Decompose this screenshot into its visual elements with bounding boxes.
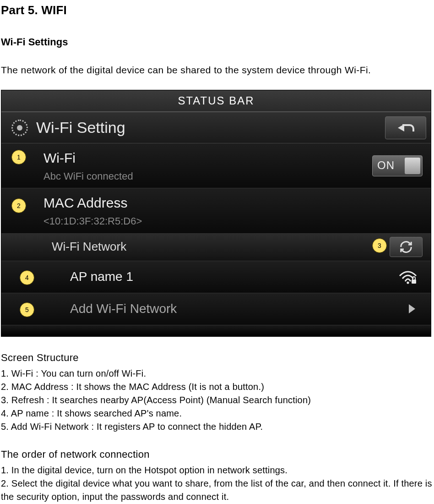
- callout-1: 1: [11, 150, 26, 164]
- svg-rect-1: [412, 279, 416, 284]
- back-icon: [398, 122, 413, 133]
- part-title: Part 5. WIFI: [1, 2, 433, 19]
- toggle-label: ON: [377, 158, 395, 174]
- structure-item-1: 1. Wi-Fi : You can turn on/off Wi-Fi.: [1, 367, 433, 380]
- add-wifi-label: Add Wi-Fi Network: [70, 300, 423, 318]
- wifi-row-title: Wi-Fi: [43, 148, 423, 168]
- screen-structure-heading: Screen Structure: [1, 351, 433, 365]
- order-heading: The order of network connection: [1, 447, 433, 462]
- svg-point-0: [407, 282, 409, 284]
- mac-address-row: 2 MAC Address <10:1D:3F:32:R5:D6>: [1, 188, 431, 233]
- wifi-secure-icon: [399, 269, 417, 284]
- screenshot-bottom-space: [1, 325, 431, 336]
- callout-3: 3: [372, 238, 387, 253]
- refresh-button[interactable]: [390, 237, 423, 257]
- refresh-icon: [399, 240, 413, 254]
- back-button[interactable]: [385, 116, 426, 139]
- chevron-right-icon: [409, 304, 415, 313]
- wifi-settings-header: Wi-Fi Setting: [1, 112, 431, 143]
- order-item-2: 2. Select the digital device what you wa…: [1, 477, 433, 504]
- order-item-1: 1. In the digital device, turn on the Ho…: [1, 464, 433, 477]
- mac-value: <10:1D:3F:32:R5:D6>: [43, 214, 423, 229]
- wifi-toggle-row[interactable]: 1 Wi-Fi Abc WiFi connected ON: [1, 143, 431, 188]
- wifi-on-toggle[interactable]: ON: [372, 155, 423, 176]
- structure-item-2: 2. MAC Address : It shows the MAC Addres…: [1, 380, 433, 394]
- structure-item-4: 4. AP name : It shows searched AP's name…: [1, 407, 433, 420]
- device-screenshot: STATUS BAR Wi-Fi Setting 1 Wi-Fi Abc WiF…: [1, 90, 431, 337]
- callout-4: 4: [20, 270, 34, 285]
- structure-item-3: 3. Refresh : It searches nearby AP(Acces…: [1, 394, 433, 407]
- add-wifi-row[interactable]: 5 Add Wi-Fi Network: [1, 293, 431, 325]
- mac-title: MAC Address: [43, 193, 423, 213]
- section-title: Wi-Fi Settings: [1, 35, 433, 49]
- wifi-network-header-row: Wi-Fi Network 3: [1, 234, 431, 261]
- status-bar: STATUS BAR: [1, 90, 431, 112]
- header-title: Wi-Fi Setting: [36, 116, 125, 139]
- callout-5: 5: [20, 302, 34, 317]
- ap-name-1: AP name 1: [70, 268, 423, 286]
- gear-icon: [11, 120, 28, 136]
- ap-row-1[interactable]: 4 AP name 1: [1, 261, 431, 293]
- wifi-row-subtitle: Abc WiFi connected: [43, 169, 423, 184]
- intro-text: The network of the digital device can be…: [1, 63, 433, 77]
- structure-item-5: 5. Add Wi-Fi Network : It registers AP t…: [1, 420, 433, 433]
- callout-2: 2: [11, 198, 26, 213]
- wifi-network-label: Wi-Fi Network: [52, 238, 423, 256]
